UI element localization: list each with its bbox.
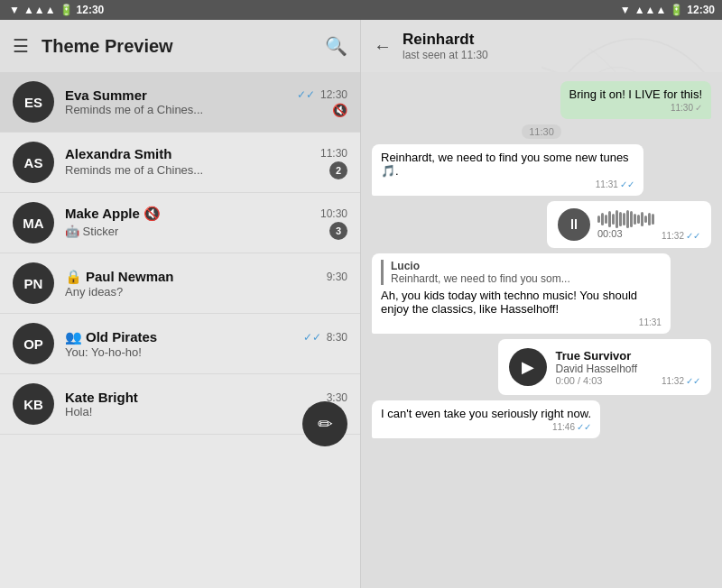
chat-list: ES Eva Summer ✓✓ 12:30 Reminds me of a C… (0, 72, 360, 588)
chat-name: 👥 Old Pirates (65, 329, 157, 345)
lock-icon: 🔒 (65, 269, 82, 285)
chat-preview: 🤖 Sticker (65, 225, 118, 238)
message-text: I can't even take you seriously right no… (381, 407, 591, 420)
contact-name: Reinhardt (403, 31, 709, 49)
chat-name: Make Apple 🔇 (65, 206, 161, 222)
chat-name: Kate Bright (65, 390, 138, 405)
chat-preview: You: Yo-ho-ho! (65, 345, 347, 359)
double-check-icon: ✓✓ (303, 331, 321, 344)
message-time: 11:32 ✓✓ (662, 231, 700, 241)
double-check-icon: ✓✓ (297, 88, 315, 101)
avatar: OP (13, 323, 54, 364)
chat-meta: ✓✓ 12:30 (297, 88, 347, 101)
chat-time: 10:30 (320, 207, 347, 220)
chat-content: Make Apple 🔇 10:30 🤖 Sticker 3 (65, 206, 347, 240)
chat-top: 👥 Old Pirates ✓✓ 8:30 (65, 329, 347, 345)
messages-area[interactable]: Bring it on! I LIVE for this! 11:30 ✓ 11… (361, 72, 722, 588)
chat-time: 8:30 (327, 331, 347, 344)
compose-fab[interactable]: ✏ (302, 401, 347, 446)
avatar: AS (13, 142, 54, 183)
message-time: 11:30 ✓ (569, 103, 702, 113)
chat-name: 🔒 Paul Newman (65, 269, 174, 285)
time-divider: 11:30 (522, 124, 561, 139)
right-header: ← Reinhardt last seen at 11:30 (361, 20, 722, 72)
unread-badge: 3 (329, 222, 347, 240)
music-player-bubble: ▶ True Survivor David Hasselhoff 0:00 / … (498, 339, 712, 395)
left-panel: ☰ Theme Preview 🔍 ES Eva Summer ✓✓ 12:30 (0, 20, 361, 588)
contact-info: Reinhardt last seen at 11:30 (403, 31, 709, 61)
message-text: Reinhardt, we need to find you some new … (381, 151, 634, 178)
status-bar-right: ▼ ▲▲▲ 🔋 12:30 (611, 4, 722, 16)
app-title: Theme Preview (42, 36, 312, 57)
music-title: True Survivor (556, 349, 638, 363)
chat-time: 9:30 (327, 271, 347, 283)
battery-left: 🔋 (60, 4, 73, 16)
check-icon: ✓✓ (620, 179, 634, 189)
chat-content: Alexandra Smith 11:30 Reminds me of a Ch… (65, 146, 347, 179)
message-bubble: I can't even take you seriously right no… (372, 400, 600, 438)
quoted-text: Reinhardt, we need to find you som... (391, 272, 662, 285)
chat-top: Alexandra Smith 11:30 (65, 146, 347, 161)
signal-icon-right: ▼ (620, 4, 631, 16)
check-icon: ✓ (695, 103, 702, 113)
chat-item[interactable]: PN 🔒 Paul Newman 9:30 Any ideas? (0, 253, 360, 314)
message-text: Bring it on! I LIVE for this! (569, 87, 702, 101)
message-bubble: Lucio Reinhardt, we need to find you som… (372, 253, 671, 334)
chat-name: Eva Summer (65, 87, 147, 103)
muted-icon: 🔇 (332, 103, 347, 117)
message-time: 11:32 ✓✓ (646, 376, 700, 386)
chat-meta: ✓✓ 8:30 (303, 331, 347, 344)
chat-preview: Reminds me of a Chines... (65, 163, 203, 177)
message-bubble: Bring it on! I LIVE for this! 11:30 ✓ (560, 81, 711, 119)
chat-item[interactable]: AS Alexandra Smith 11:30 Reminds me of a… (0, 133, 360, 193)
chat-item[interactable]: OP 👥 Old Pirates ✓✓ 8:30 You: Yo-ho-ho! (0, 314, 360, 374)
chat-name: Alexandra Smith (65, 146, 171, 161)
status-bar: ▼ ▲▲▲ 🔋 12:30 ▼ ▲▲▲ 🔋 12:30 (0, 0, 722, 20)
audio-message: ⏸ (547, 201, 711, 248)
avatar: PN (13, 262, 54, 304)
signal-bars-right: ▲▲▲ (634, 4, 667, 16)
avatar: ES (13, 81, 54, 123)
quoted-message: Lucio Reinhardt, we need to find you som… (381, 260, 662, 285)
music-artist: David Hasselhoff (556, 363, 638, 375)
battery-right: 🔋 (670, 4, 683, 16)
chat-top: 🔒 Paul Newman 9:30 (65, 269, 347, 285)
right-panel: ← Reinhardt last seen at 11:30 Bring it … (361, 20, 722, 588)
back-icon[interactable]: ← (374, 36, 392, 57)
check-icon: ✓✓ (686, 376, 700, 386)
chat-content: Eva Summer ✓✓ 12:30 Reminds me of a Chin… (65, 87, 347, 117)
search-icon[interactable]: 🔍 (325, 35, 347, 57)
chat-item[interactable]: KB Kate Bright 3:30 Hola! ✏ (0, 374, 360, 435)
music-play-button[interactable]: ▶ (509, 348, 547, 386)
message-bubble: Reinhardt, we need to find you some new … (372, 144, 643, 196)
hamburger-icon[interactable]: ☰ (13, 35, 29, 57)
music-progress: 0:00 / 4:03 (556, 375, 638, 386)
chat-time: 12:30 (320, 88, 347, 101)
message-text: Ah, you kids today with techno music! Yo… (381, 289, 662, 316)
message-time: 11:31 ✓✓ (381, 179, 634, 189)
time-right: 12:30 (687, 4, 715, 16)
audio-waveform: 00:03 (597, 210, 654, 239)
chat-item[interactable]: ES Eva Summer ✓✓ 12:30 Reminds me of a C… (0, 72, 360, 133)
avatar: KB (13, 383, 54, 425)
chat-top: Eva Summer ✓✓ 12:30 (65, 87, 347, 103)
main-panels: ☰ Theme Preview 🔍 ES Eva Summer ✓✓ 12:30 (0, 20, 722, 588)
quoted-author: Lucio (391, 260, 662, 272)
status-bar-left: ▼ ▲▲▲ 🔋 12:30 (0, 4, 113, 16)
chat-content: 👥 Old Pirates ✓✓ 8:30 You: Yo-ho-ho! (65, 329, 347, 359)
chat-preview: Reminds me of a Chines... (65, 103, 203, 116)
signal-icon: ▼ (9, 4, 20, 16)
music-info: True Survivor David Hasselhoff 0:00 / 4:… (556, 349, 638, 386)
chat-item[interactable]: MA Make Apple 🔇 10:30 🤖 Sticker 3 (0, 193, 360, 253)
check-icon: ✓✓ (686, 231, 700, 241)
contact-status: last seen at 11:30 (403, 49, 709, 61)
pause-button[interactable]: ⏸ (558, 208, 590, 241)
time-left: 12:30 (77, 4, 105, 16)
unread-badge: 2 (329, 161, 347, 179)
chat-top: Make Apple 🔇 10:30 (65, 206, 347, 222)
audio-timer: 00:03 (597, 228, 654, 239)
chat-content: 🔒 Paul Newman 9:30 Any ideas? (65, 269, 347, 299)
avatar: MA (13, 202, 54, 243)
left-header: ☰ Theme Preview 🔍 (0, 20, 360, 72)
check-icon: ✓✓ (577, 422, 591, 432)
